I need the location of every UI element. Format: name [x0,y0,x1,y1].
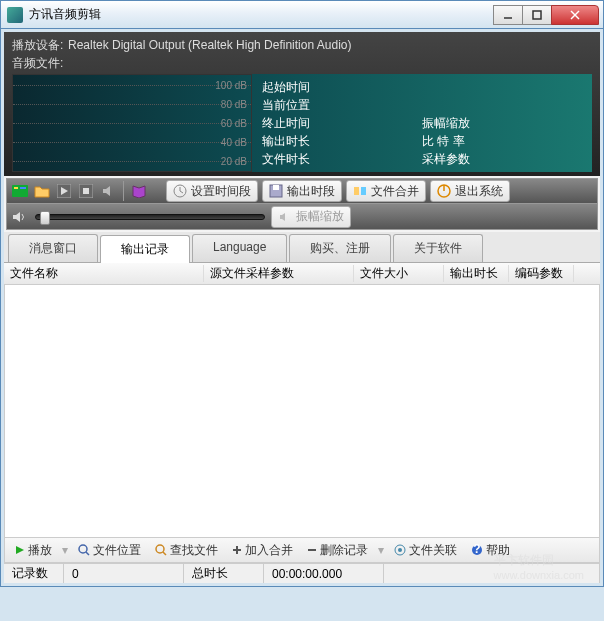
svg-point-19 [156,545,164,553]
record-count-value: 0 [64,564,184,583]
action-bar: 播放 ▾ 文件位置 查找文件 加入合并 删除记录 ▾ 文件关联 ?帮助 [4,537,600,563]
power-icon [437,184,451,198]
col-filesize[interactable]: 文件大小 [354,265,444,282]
file-dur-label: 文件时长 [262,150,422,168]
help-button[interactable]: ?帮助 [465,540,516,561]
play-icon[interactable] [55,182,73,200]
speaker-small-icon [278,210,292,224]
main-toolbar: 设置时间段 输出时段 文件合并 退出系统 [6,178,598,204]
col-enc-params[interactable]: 编码参数 [509,265,574,282]
output-dur-label: 输出时长 [262,132,422,150]
tab-about[interactable]: 关于软件 [393,234,483,262]
start-time-label: 起始时间 [262,78,422,96]
total-dur-label: 总时长 [184,564,264,583]
svg-point-17 [79,545,87,553]
minimize-button[interactable] [493,5,523,25]
tab-purchase[interactable]: 购买、注册 [289,234,391,262]
svg-line-20 [163,552,166,555]
volume-toolbar: 振幅缩放 [6,204,598,230]
save-icon [269,184,283,198]
tab-language[interactable]: Language [192,234,287,262]
app-icon [7,7,23,23]
col-filename[interactable]: 文件名称 [4,265,204,282]
info-panel: 播放设备: Realtek Digital Output (Realtek Hi… [4,32,600,176]
record-count-label: 记录数 [4,564,64,583]
slider-thumb[interactable] [40,211,50,225]
sample-params-label: 采样参数 [422,150,582,168]
open-folder-icon[interactable] [33,182,51,200]
exit-button[interactable]: 退出系统 [430,180,510,202]
close-button[interactable] [551,5,599,25]
set-period-button[interactable]: 设置时间段 [166,180,258,202]
device-value: Realtek Digital Output (Realtek High Def… [68,38,351,52]
device-icon[interactable] [11,182,29,200]
svg-rect-5 [14,187,18,189]
tab-messages[interactable]: 消息窗口 [8,234,98,262]
bitrate-label: 比 特 率 [422,132,582,150]
play-button[interactable]: 播放 [9,540,58,561]
delete-record-button[interactable]: 删除记录 [301,540,374,561]
svg-rect-14 [361,187,366,195]
current-pos-label: 当前位置 [262,96,422,114]
titlebar: 方讯音频剪辑 [0,0,604,28]
svg-rect-1 [533,11,541,19]
col-src-params[interactable]: 源文件采样参数 [204,265,354,282]
grid-header: 文件名称 源文件采样参数 文件大小 输出时长 编码参数 [4,263,600,285]
amp-scale-label: 振幅缩放 [422,114,582,132]
volume-icon[interactable] [11,208,29,226]
clock-icon [173,184,187,198]
book-icon[interactable] [130,182,148,200]
svg-text:?: ? [473,544,480,556]
device-label: 播放设备: [12,37,68,54]
level-meter: 100 dB 80 dB 60 dB 40 dB 20 dB [12,74,252,172]
svg-rect-9 [83,188,89,194]
svg-rect-12 [273,185,279,190]
svg-rect-6 [20,187,26,189]
merge-button[interactable]: 文件合并 [346,180,426,202]
grid-body[interactable] [4,285,600,537]
total-dur-value: 00:00:00.000 [264,564,384,583]
svg-rect-4 [12,185,28,197]
col-out-dur[interactable]: 输出时长 [444,265,509,282]
svg-point-25 [398,548,402,552]
stop-icon[interactable] [77,182,95,200]
volume-slider[interactable] [35,214,265,220]
svg-line-18 [86,552,89,555]
tab-bar: 消息窗口 输出记录 Language 购买、注册 关于软件 [4,232,600,263]
file-location-button[interactable]: 文件位置 [72,540,147,561]
find-file-button[interactable]: 查找文件 [149,540,224,561]
file-assoc-button[interactable]: 文件关联 [388,540,463,561]
merge-icon [353,184,367,198]
speaker-icon[interactable] [99,182,117,200]
svg-rect-13 [354,187,359,195]
add-merge-button[interactable]: 加入合并 [226,540,299,561]
tab-output-log[interactable]: 输出记录 [100,235,190,263]
amp-scale-button[interactable]: 振幅缩放 [271,206,351,228]
window-title: 方讯音频剪辑 [29,6,494,23]
file-label: 音频文件: [12,55,68,72]
output-period-button[interactable]: 输出时段 [262,180,342,202]
status-bar: 记录数 0 总时长 00:00:00.000 [4,563,600,583]
maximize-button[interactable] [522,5,552,25]
end-time-label: 终止时间 [262,114,422,132]
